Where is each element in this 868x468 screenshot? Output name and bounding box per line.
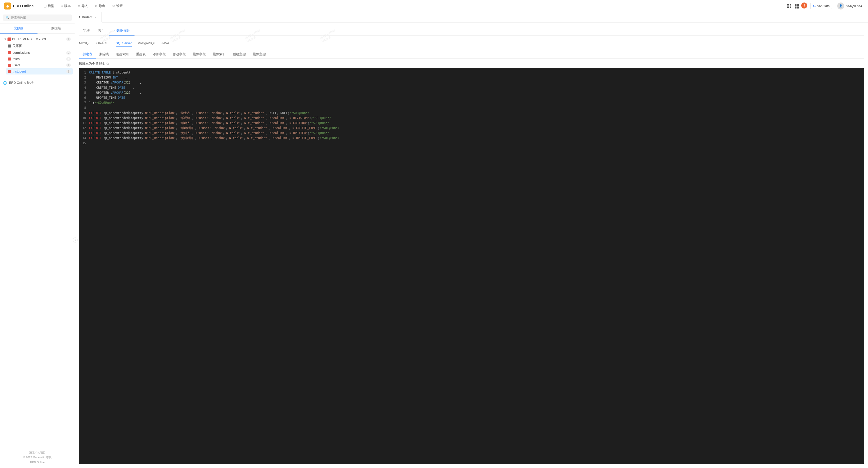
- tree-item-permissions[interactable]: permissions 9: [6, 50, 73, 56]
- tab-data-domain[interactable]: 数据域: [37, 24, 75, 33]
- user-avatar: 👤: [837, 2, 844, 9]
- script-notice-text: 该脚本为全量脚本: [79, 62, 105, 66]
- tree-item-tstudent[interactable]: t_student 5: [6, 68, 73, 74]
- copy-icon[interactable]: ⧉: [106, 62, 109, 66]
- action-tabs-row: 创建表 删除表 创建索引 重建表 添加字段 修改字段 删除字段 删除索引 创建主…: [79, 51, 864, 59]
- footer-line1: 演示个人项目: [3, 450, 72, 455]
- sidebar-collapse-button[interactable]: ‹: [73, 238, 78, 243]
- nav-import[interactable]: ⊕ 导入: [75, 2, 91, 10]
- tree-section: ▼ DB_REVERSE_MYSQL 4 关系图 permissions: [0, 36, 75, 74]
- tree-children: 关系图 permissions 9 roles 8: [2, 42, 73, 74]
- code-line-3: 3 CREATOR VARCHAR(32) ,: [79, 80, 864, 85]
- count-permissions: 9: [66, 51, 71, 55]
- nav-settings-label: 设置: [116, 4, 123, 8]
- search-icon: 🔍: [5, 16, 9, 20]
- db-tab-postgresql[interactable]: PostgreSQL: [138, 40, 155, 46]
- tree-item-relation[interactable]: 关系图: [6, 42, 73, 50]
- panel-tabs-row: 字段 索引 元数据应用: [79, 27, 864, 36]
- db-tab-sqlserver[interactable]: SQLServer: [116, 40, 132, 46]
- db-tab-mysql[interactable]: MYSQL: [79, 40, 91, 46]
- table-icon-users: [8, 64, 11, 67]
- action-tab-add-field[interactable]: 添加字段: [149, 51, 169, 59]
- nav-version[interactable]: ○ 版本: [58, 2, 74, 10]
- action-tab-drop-pk[interactable]: 删除主键: [249, 51, 269, 59]
- tree-label-permissions: permissions: [12, 51, 65, 55]
- db-label: DB_REVERSE_MYSQL: [12, 37, 65, 41]
- grid-2-icon[interactable]: [793, 2, 800, 9]
- db-tab-oracle[interactable]: ORACLE: [96, 40, 110, 46]
- main-layout: 🔍 元数据 数据域 ▼ DB_REVERSE_MYSQL 4: [0, 12, 868, 468]
- db-count: 4: [66, 37, 71, 41]
- script-notice: 该脚本为全量脚本 ⧉: [79, 62, 864, 66]
- tree-item-roles[interactable]: roles 8: [6, 56, 73, 62]
- main-panel: 字段 索引 元数据应用 MYSQL ORACLE SQLServer Postg…: [75, 23, 868, 468]
- sidebar-search-area: 🔍: [0, 12, 75, 24]
- tree-label-roles: roles: [12, 57, 65, 61]
- db-tab-java[interactable]: JAVA: [161, 40, 169, 46]
- topnav: ERD Online ◫ 模型 ○ 版本 ⊕ 导入 ⊕ 导出 ⚙ 设置: [0, 0, 868, 12]
- nav-export[interactable]: ⊕ 导出: [92, 2, 108, 10]
- search-input[interactable]: [11, 16, 69, 20]
- code-line-15: 15: [79, 141, 864, 146]
- model-icon: ◫: [44, 4, 46, 8]
- code-line-7: 7 ) ;/*SQL@Run*/: [79, 100, 864, 105]
- action-tab-create-table[interactable]: 创建表: [79, 51, 96, 59]
- count-tstudent: 5: [66, 70, 71, 73]
- stars-badge[interactable]: G 632 Stars: [810, 3, 832, 9]
- nav-model-label: 模型: [48, 4, 54, 8]
- tabs-bar: t_student ×: [75, 12, 868, 23]
- arrow-down-icon: ▼: [4, 38, 6, 40]
- search-wrap[interactable]: 🔍: [3, 14, 72, 21]
- count-users: 9: [66, 63, 71, 67]
- tree-label-relation: 关系图: [12, 44, 71, 48]
- panel-tab-index[interactable]: 索引: [94, 27, 109, 35]
- action-tab-drop-index[interactable]: 删除索引: [209, 51, 229, 59]
- action-tab-modify-field[interactable]: 修改字段: [169, 51, 189, 59]
- action-tab-rebuild-table[interactable]: 重建表: [132, 51, 149, 59]
- tab-close-icon[interactable]: ×: [94, 15, 97, 19]
- tab-metadata[interactable]: 元数据: [0, 24, 37, 33]
- topnav-right: ! G 632 Stars 👤 tidJQvLso4: [785, 1, 864, 10]
- relation-icon: [8, 44, 11, 48]
- code-line-6: 6 UPDATE_TIME DATE: [79, 95, 864, 100]
- count-roles: 8: [66, 57, 71, 61]
- panel-tab-metadata[interactable]: 元数据应用: [109, 27, 134, 35]
- nav-import-label: 导入: [82, 4, 88, 8]
- grid-3-icon[interactable]: [785, 2, 792, 9]
- panel-tab-fields[interactable]: 字段: [79, 27, 94, 35]
- export-icon: ⊕: [95, 4, 97, 8]
- db-node[interactable]: ▼ DB_REVERSE_MYSQL 4: [2, 36, 73, 42]
- code-line-8: 8: [79, 105, 864, 110]
- nav-model[interactable]: ◫ 模型: [41, 2, 57, 10]
- code-line-10: 10 EXECUTE sp_addextendedproperty N'MS_D…: [79, 116, 864, 121]
- code-line-2: 2 REVISION INT ,: [79, 75, 864, 80]
- table-icon-roles: [8, 58, 11, 61]
- view-icons: !: [785, 2, 807, 9]
- user-area[interactable]: 👤 tidJQvLso4: [835, 1, 864, 10]
- forum-icon: 🌐: [3, 81, 7, 85]
- tab-tstudent-label: t_student: [79, 15, 93, 19]
- action-tab-drop-table[interactable]: 删除表: [96, 51, 113, 59]
- forum-item[interactable]: 🌐 ERD Online 论坛: [0, 79, 75, 87]
- user-name: tidJQvLso4: [846, 4, 862, 8]
- code-line-4: 4 CREATE_TIME DATE ,: [79, 85, 864, 90]
- import-icon: ⊕: [78, 4, 80, 8]
- nav-export-label: 导出: [99, 4, 105, 8]
- action-tab-drop-field[interactable]: 删除字段: [189, 51, 209, 59]
- logo[interactable]: ERD Online: [4, 2, 34, 9]
- footer-line2: © 2022 Made with 零代: [3, 455, 72, 460]
- code-line-11: 11 EXECUTE sp_addextendedproperty N'MS_D…: [79, 121, 864, 125]
- nav-settings[interactable]: ⚙ 设置: [109, 2, 126, 10]
- notification-icon[interactable]: !: [801, 2, 807, 8]
- tab-tstudent[interactable]: t_student ×: [75, 12, 102, 23]
- stars-count: 632 Stars: [817, 4, 830, 8]
- db-icon: [7, 37, 11, 41]
- logo-icon: [4, 2, 11, 9]
- code-line-9: 9 EXECUTE sp_addextendedproperty N'MS_De…: [79, 111, 864, 116]
- code-line-12: 12 EXECUTE sp_addextendedproperty N'MS_D…: [79, 125, 864, 130]
- action-tab-create-index[interactable]: 创建索引: [113, 51, 132, 59]
- tree-item-users[interactable]: users 9: [6, 62, 73, 68]
- nav-version-label: 版本: [64, 4, 71, 8]
- code-editor[interactable]: 1 CREATE TABLE t_student( 2 REVISION INT…: [79, 68, 864, 464]
- action-tab-create-pk[interactable]: 创建主键: [229, 51, 249, 59]
